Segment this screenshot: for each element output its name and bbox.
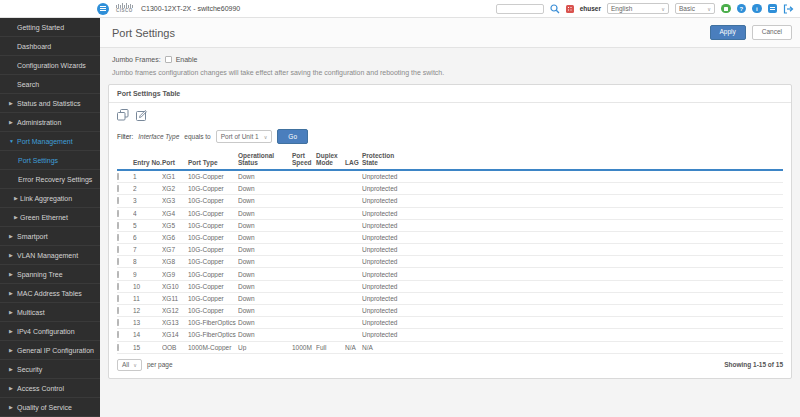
row-cell-select — [117, 173, 133, 180]
per-page-select[interactable]: All ∨ — [117, 359, 142, 371]
row-select-radio[interactable] — [117, 258, 119, 265]
sidebar-item-green-ethernet[interactable]: ▶Green Ethernet — [0, 208, 100, 227]
row-cell-protection: Unprotected — [362, 258, 783, 265]
row-cell-status: Down — [238, 331, 292, 338]
sidebar-item-general-ip-configuration[interactable]: ▶General IP Configuration — [0, 341, 100, 360]
row-cell-status: Down — [238, 185, 292, 192]
sidebar-item-error-recovery-settings[interactable]: Error Recovery Settings — [0, 170, 100, 189]
chevron-collapsed-icon: ▶ — [9, 119, 13, 125]
table-row: 2XG210G-CopperDownUnprotected — [117, 183, 783, 195]
sidebar-item-configuration-wizards[interactable]: Configuration Wizards — [0, 56, 100, 75]
row-cell-protection: Unprotected — [362, 246, 783, 253]
row-cell-protection: Unprotected — [362, 222, 783, 229]
save-icon[interactable] — [721, 4, 731, 14]
column-header: Operational Status — [238, 152, 292, 167]
sidebar-item-smartport[interactable]: ▶Smartport — [0, 227, 100, 246]
row-cell-protection: Unprotected — [362, 295, 783, 302]
row-select-radio[interactable] — [117, 319, 119, 326]
sidebar-item-search[interactable]: Search — [0, 75, 100, 94]
table-row: 12XG1210G-CopperDownUnprotected — [117, 305, 783, 317]
sidebar-item-port-management[interactable]: ▼Port Management — [0, 132, 100, 151]
row-cell-select — [117, 258, 133, 265]
chevron-collapsed-icon: ▶ — [9, 290, 13, 296]
row-select-radio[interactable] — [117, 210, 119, 217]
row-select-radio[interactable] — [117, 185, 119, 192]
row-select-radio[interactable] — [117, 246, 119, 253]
sidebar-item-dashboard[interactable]: Dashboard — [0, 37, 100, 56]
edit-icon[interactable] — [136, 109, 148, 121]
search-icon[interactable] — [550, 4, 560, 14]
copy-settings-icon[interactable] — [117, 109, 129, 121]
hamburger-menu-icon[interactable] — [97, 3, 109, 15]
row-cell-port: XG13 — [162, 319, 188, 326]
sidebar-item-label: Green Ethernet — [0, 214, 68, 221]
display-mode-select[interactable]: Basic∨ — [675, 3, 715, 14]
row-select-radio[interactable] — [117, 331, 119, 338]
row-select-radio[interactable] — [117, 222, 119, 229]
cli-console-icon[interactable] — [768, 4, 778, 14]
sidebar-item-vlan-management[interactable]: ▶VLAN Management — [0, 246, 100, 265]
row-cell-entry: 11 — [133, 295, 162, 302]
row-cell-select — [117, 271, 133, 278]
language-select-value: English — [611, 5, 632, 12]
row-select-radio[interactable] — [117, 283, 119, 290]
sidebar-nav: Getting StartedDashboardConfiguration Wi… — [0, 18, 100, 417]
row-select-radio[interactable] — [117, 197, 119, 204]
row-cell-select — [117, 283, 133, 290]
row-select-radio[interactable] — [117, 173, 119, 180]
language-select[interactable]: English∨ — [607, 3, 669, 14]
logout-icon[interactable] — [783, 4, 794, 14]
row-cell-protection: Unprotected — [362, 319, 783, 326]
row-cell-type: 10G-Copper — [188, 271, 238, 278]
row-select-radio[interactable] — [117, 344, 119, 351]
row-cell-port: XG11 — [162, 295, 188, 302]
chevron-collapsed-icon: ▶ — [9, 404, 13, 410]
sidebar-item-mac-address-tables[interactable]: ▶MAC Address Tables — [0, 284, 100, 303]
filter-go-button[interactable]: Go — [277, 129, 308, 144]
sidebar-item-getting-started[interactable]: Getting Started — [0, 18, 100, 37]
sidebar-item-port-settings[interactable]: Port Settings — [0, 151, 100, 170]
sidebar-item-link-aggregation[interactable]: ▶Link Aggregation — [0, 189, 100, 208]
global-search-input[interactable] — [496, 4, 544, 14]
row-cell-port: XG1 — [162, 173, 188, 180]
row-cell-select — [117, 210, 133, 217]
row-select-radio[interactable] — [117, 295, 119, 302]
info-icon[interactable]: i — [752, 4, 762, 14]
cancel-button[interactable]: Cancel — [752, 25, 792, 40]
sidebar-item-quality-of-service[interactable]: ▶Quality of Service — [0, 398, 100, 417]
sidebar-item-label: Multicast — [0, 309, 45, 316]
row-select-radio[interactable] — [117, 271, 119, 278]
sidebar-item-security[interactable]: ▶Security — [0, 360, 100, 379]
apply-button[interactable]: Apply — [710, 25, 746, 40]
page-title: Port Settings — [112, 27, 175, 39]
help-icon[interactable]: ? — [737, 4, 747, 14]
sidebar-item-label: Security — [0, 366, 42, 373]
chevron-collapsed-icon: ▶ — [14, 214, 18, 220]
row-cell-port: XG14 — [162, 331, 188, 338]
row-cell-entry: 14 — [133, 331, 162, 338]
table-header-row: Entry No.PortPort TypeOperational Status… — [117, 152, 783, 171]
per-page-label: per page — [147, 361, 173, 368]
sidebar-item-spanning-tree[interactable]: ▶Spanning Tree — [0, 265, 100, 284]
row-cell-type: 10G-Copper — [188, 173, 238, 180]
sidebar-item-access-control[interactable]: ▶Access Control — [0, 379, 100, 398]
chevron-expanded-icon: ▼ — [9, 138, 14, 144]
chevron-collapsed-icon: ▶ — [9, 385, 13, 391]
interface-type-value: Port of Unit 1 — [221, 133, 259, 140]
sidebar-item-multicast[interactable]: ▶Multicast — [0, 303, 100, 322]
row-cell-status: Down — [238, 234, 292, 241]
sidebar-item-ipv4-configuration[interactable]: ▶IPv4 Configuration — [0, 322, 100, 341]
row-select-radio[interactable] — [117, 307, 119, 314]
jumbo-frames-checkbox[interactable] — [165, 56, 172, 63]
table-row: 6XG610G-CopperDownUnprotected — [117, 232, 783, 244]
row-select-radio[interactable] — [117, 234, 119, 241]
sidebar-item-administration[interactable]: ▶Administration — [0, 113, 100, 132]
port-settings-table: Entry No.PortPort TypeOperational Status… — [117, 152, 783, 354]
device-name: C1300-12XT-2X - switche60990 — [141, 5, 240, 12]
row-cell-entry: 3 — [133, 197, 162, 204]
alert-notification-icon[interactable] — [566, 5, 574, 13]
interface-type-select[interactable]: Port of Unit 1 ∨ — [216, 130, 273, 143]
sidebar-item-status-and-statistics[interactable]: ▶Status and Statistics — [0, 94, 100, 113]
row-cell-entry: 8 — [133, 258, 162, 265]
row-cell-port: XG3 — [162, 197, 188, 204]
